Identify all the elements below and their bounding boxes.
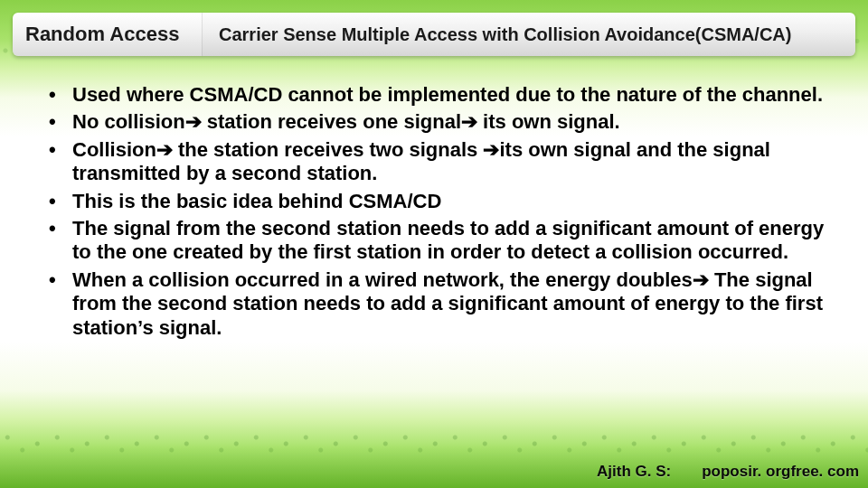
list-item: Collision➔ the station receives two sign… bbox=[36, 138, 837, 186]
footer-site: poposir. orgfree. com bbox=[702, 463, 859, 481]
list-item: This is the basic idea behind CSMA/CD bbox=[36, 190, 837, 213]
list-item: The signal from the second station needs… bbox=[36, 217, 837, 265]
slide: Random Access Carrier Sense Multiple Acc… bbox=[0, 0, 868, 488]
list-item: No collision➔ station receives one signa… bbox=[36, 110, 837, 134]
header-right-title: Carrier Sense Multiple Access with Colli… bbox=[203, 13, 855, 56]
list-item: When a collision occurred in a wired net… bbox=[36, 268, 837, 340]
footer-author: Ajith G. S: bbox=[597, 463, 671, 481]
list-item: Used where CSMA/CD cannot be implemented… bbox=[36, 83, 837, 107]
header-bar: Random Access Carrier Sense Multiple Acc… bbox=[13, 13, 855, 56]
content-area: Used where CSMA/CD cannot be implemented… bbox=[36, 83, 837, 434]
bullet-list: Used where CSMA/CD cannot be implemented… bbox=[36, 83, 837, 340]
footer: Ajith G. S: poposir. orgfree. com bbox=[0, 463, 859, 481]
header-left-title: Random Access bbox=[13, 13, 203, 56]
